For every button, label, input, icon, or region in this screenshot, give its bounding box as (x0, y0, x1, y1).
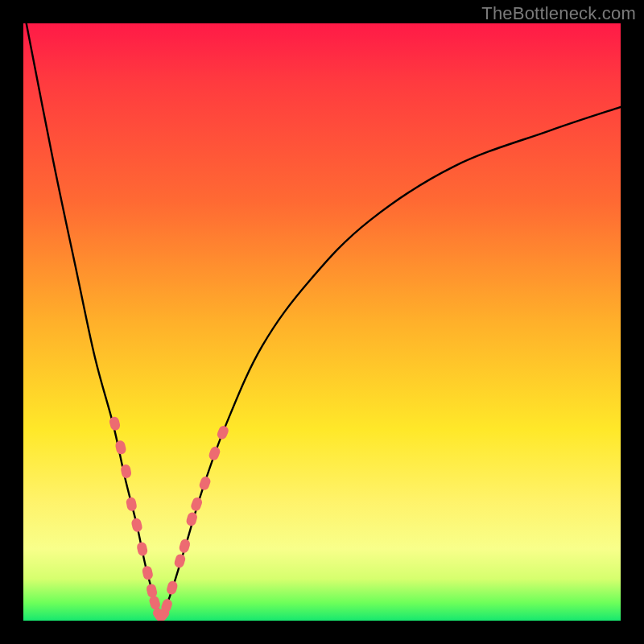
svg-rect-17 (198, 475, 212, 491)
highlight-dot (130, 518, 143, 533)
highlight-dot (216, 424, 229, 440)
svg-rect-19 (216, 424, 229, 440)
highlight-dot (142, 565, 154, 580)
highlight-dot (136, 541, 148, 556)
highlight-dot (126, 497, 138, 512)
chart-svg (23, 23, 621, 621)
svg-rect-16 (190, 496, 204, 512)
svg-rect-14 (178, 538, 191, 554)
highlight-dot (185, 511, 198, 527)
highlight-dot (173, 553, 186, 569)
svg-rect-4 (130, 518, 143, 533)
highlight-dot (148, 595, 161, 611)
svg-rect-7 (146, 583, 159, 598)
highlight-dot (109, 415, 122, 431)
svg-rect-15 (185, 511, 198, 527)
highlight-dot (198, 475, 212, 491)
highlight-dot (190, 496, 204, 512)
svg-rect-6 (142, 565, 154, 580)
curve-right-branch (161, 107, 621, 617)
watermark-text: TheBottleneck.com (481, 3, 636, 24)
svg-rect-13 (173, 553, 186, 569)
svg-rect-5 (136, 541, 148, 556)
highlight-dot (146, 583, 159, 598)
highlight-dot (166, 580, 179, 596)
svg-rect-12 (166, 580, 179, 596)
chart-frame: TheBottleneck.com (0, 0, 644, 644)
svg-rect-8 (148, 595, 161, 611)
highlight-dot (178, 538, 191, 554)
svg-rect-0 (109, 415, 122, 431)
svg-rect-3 (126, 497, 138, 512)
highlight-dot (208, 445, 221, 461)
plot-area (23, 23, 621, 621)
svg-rect-18 (208, 445, 221, 461)
